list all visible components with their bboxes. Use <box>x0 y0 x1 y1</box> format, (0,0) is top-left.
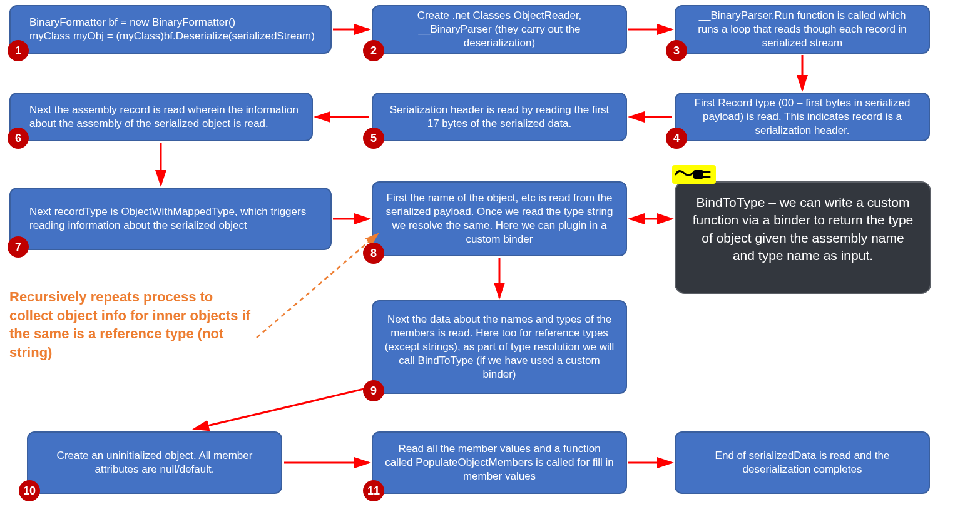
node-1-text: BinaryFormatter bf = new BinaryFormatter… <box>29 16 315 43</box>
badge-2: 2 <box>363 40 384 61</box>
badge-6: 6 <box>8 128 29 149</box>
node-12: End of serializedData is read and the de… <box>675 431 930 494</box>
node-8-text: First the name of the object, etc is rea… <box>384 191 615 246</box>
node-12-text: End of serializedData is read and the de… <box>687 449 917 476</box>
badge-3: 3 <box>666 40 687 61</box>
node-5: Serialization header is read by reading … <box>372 93 627 141</box>
node-3: __BinaryParser.Run function is called wh… <box>675 5 930 54</box>
node-10-text: Create an uninitialized object. All memb… <box>39 449 270 476</box>
dark-node-bindtotype: BindToType – we can write a custom funct… <box>675 181 931 294</box>
node-6: Next the assembly record is read wherein… <box>9 93 313 141</box>
badge-4: 4 <box>666 128 687 149</box>
badge-11: 11 <box>363 480 384 501</box>
plug-icon <box>672 165 716 184</box>
dark-node-text: BindToType – we can write a custom funct… <box>693 195 914 263</box>
badge-1: 1 <box>8 40 29 61</box>
node-7: Next recordType is ObjectWithMappedType,… <box>9 188 332 250</box>
node-2-text: Create .net Classes ObjectReader, __Bina… <box>384 9 615 50</box>
node-5-text: Serialization header is read by reading … <box>384 103 615 131</box>
node-4: First Record type (00 – first bytes in s… <box>675 93 930 141</box>
badge-10: 10 <box>19 480 40 501</box>
recursion-annotation: Recursively repeats process to collect o… <box>9 288 260 362</box>
annotation-text: Recursively repeats process to collect o… <box>9 289 250 360</box>
node-8: First the name of the object, etc is rea… <box>372 181 627 256</box>
badge-7: 7 <box>8 236 29 258</box>
arrow-9-10 <box>194 388 369 429</box>
node-11: Read all the member values and a functio… <box>372 431 627 494</box>
badge-9: 9 <box>363 380 384 401</box>
node-2: Create .net Classes ObjectReader, __Bina… <box>372 5 627 54</box>
node-6-text: Next the assembly record is read wherein… <box>29 103 300 131</box>
node-7-text: Next recordType is ObjectWithMappedType,… <box>29 205 319 233</box>
node-11-text: Read all the member values and a functio… <box>384 442 615 483</box>
node-10: Create an uninitialized object. All memb… <box>27 431 282 494</box>
node-9-text: Next the data about the names and types … <box>384 313 615 381</box>
badge-5: 5 <box>363 128 384 149</box>
svg-rect-0 <box>693 170 703 179</box>
node-9: Next the data about the names and types … <box>372 300 627 394</box>
node-4-text: First Record type (00 – first bytes in s… <box>687 96 917 138</box>
node-1: BinaryFormatter bf = new BinaryFormatter… <box>9 5 332 54</box>
node-3-text: __BinaryParser.Run function is called wh… <box>687 9 917 50</box>
badge-8: 8 <box>363 243 384 264</box>
